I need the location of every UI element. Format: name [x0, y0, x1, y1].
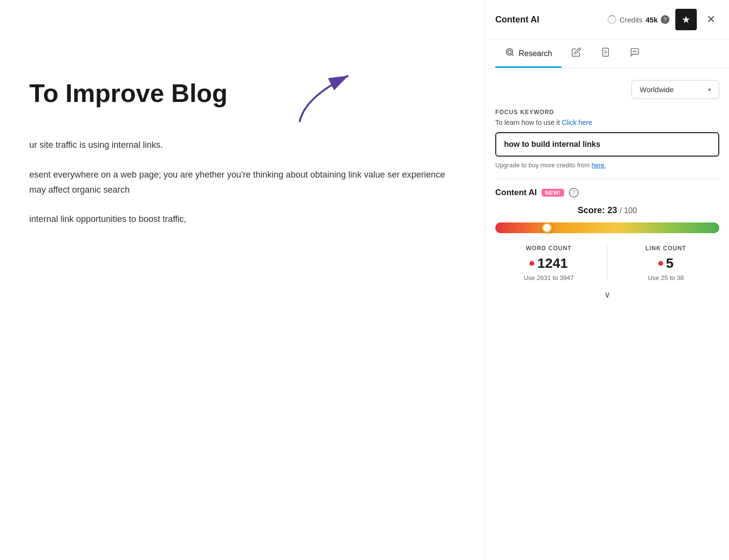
sidebar-header: Content AI Credits 45k ? ★ ✕ [486, 0, 729, 40]
worldwide-label: Worldwide [640, 85, 674, 94]
tab-research-label: Research [519, 49, 552, 58]
focus-keyword-hint: To learn how to use it Click here [495, 119, 719, 126]
tab-chat[interactable] [620, 40, 649, 68]
link-count-value-row: 5 [617, 256, 714, 271]
close-button[interactable]: ✕ [703, 11, 719, 28]
upgrade-text: Upgrade to buy more credits from here. [495, 161, 719, 169]
score-label: Score: 23 / 100 [495, 205, 719, 216]
word-count-range: Use 2631 to 3947 [500, 274, 597, 281]
tab-nav: Research [486, 40, 729, 68]
sidebar-content: Worldwide ▾ FOCUS KEYWORD To learn how t… [486, 68, 729, 560]
credits-label: Credits [619, 16, 643, 24]
word-count-value-row: 1241 [500, 256, 597, 271]
write-icon [571, 47, 581, 60]
word-count-dot [529, 261, 534, 266]
svg-point-2 [508, 50, 511, 54]
left-panel: To Improve Blog ur site traffic is using… [0, 0, 485, 560]
focus-keyword-section: FOCUS KEYWORD To learn how to use it Cli… [495, 109, 719, 169]
worldwide-row: Worldwide ▾ [495, 80, 719, 99]
credits-section: Credits 45k ? [608, 15, 669, 24]
link-count-card: LINK COUNT 5 Use 25 to 38 [617, 245, 714, 281]
star-icon: ★ [682, 14, 690, 25]
new-badge: NEW! [542, 189, 564, 197]
score-section: Score: 23 / 100 [495, 205, 719, 233]
sidebar-title: Content AI [495, 15, 602, 25]
link-count-dot [658, 261, 663, 266]
star-button[interactable]: ★ [675, 9, 697, 30]
word-count-value: 1241 [537, 256, 567, 271]
credits-help-icon[interactable]: ? [661, 15, 669, 24]
word-count-card: WORD COUNT 1241 Use 2631 to 3947 [500, 245, 597, 281]
tab-audit[interactable] [591, 40, 620, 68]
link-count-value: 5 [666, 256, 674, 271]
focus-keyword-label: FOCUS KEYWORD [495, 109, 719, 116]
svg-line-3 [512, 54, 514, 56]
content-ai-header: Content AI NEW! ? [495, 188, 719, 198]
stats-row: WORD COUNT 1241 Use 2631 to 3947 LINK CO… [495, 245, 719, 281]
credits-amount: 45k [646, 16, 658, 24]
keyword-input[interactable] [495, 132, 719, 157]
tab-research[interactable]: Research [495, 40, 562, 68]
stat-divider [607, 245, 608, 281]
blog-text-1: ur site traffic is using internal links. [29, 138, 456, 153]
link-count-range: Use 25 to 38 [617, 274, 714, 281]
score-indicator [542, 222, 552, 233]
credits-spinner-icon [608, 15, 616, 24]
blog-text-3: internal link opportunities to boost tra… [29, 212, 456, 227]
expand-row: ∨ [495, 289, 719, 300]
score-bar [495, 222, 719, 233]
upgrade-link[interactable]: here. [591, 161, 606, 169]
score-total: / 100 [620, 206, 637, 215]
chevron-down-icon: ▾ [708, 86, 711, 93]
audit-icon [601, 47, 610, 60]
chat-icon [630, 47, 640, 60]
content-ai-help-icon[interactable]: ? [569, 188, 579, 198]
research-icon [505, 47, 515, 60]
blog-text-2: esent everywhere on a web page; you are … [29, 167, 456, 197]
content-ai-title: Content AI [495, 188, 537, 198]
link-count-label: LINK COUNT [617, 245, 714, 252]
svg-point-1 [506, 49, 513, 55]
sidebar: Content AI Credits 45k ? ★ ✕ Research [485, 0, 729, 560]
click-here-link[interactable]: Click here [562, 119, 592, 126]
expand-chevron-icon[interactable]: ∨ [604, 289, 610, 300]
content-ai-section: Content AI NEW! ? Score: 23 / 100 WORD C… [495, 179, 719, 300]
blog-title: To Improve Blog [29, 78, 456, 108]
word-count-label: WORD COUNT [500, 245, 597, 252]
tab-write[interactable] [562, 40, 591, 68]
worldwide-dropdown[interactable]: Worldwide ▾ [631, 80, 719, 99]
